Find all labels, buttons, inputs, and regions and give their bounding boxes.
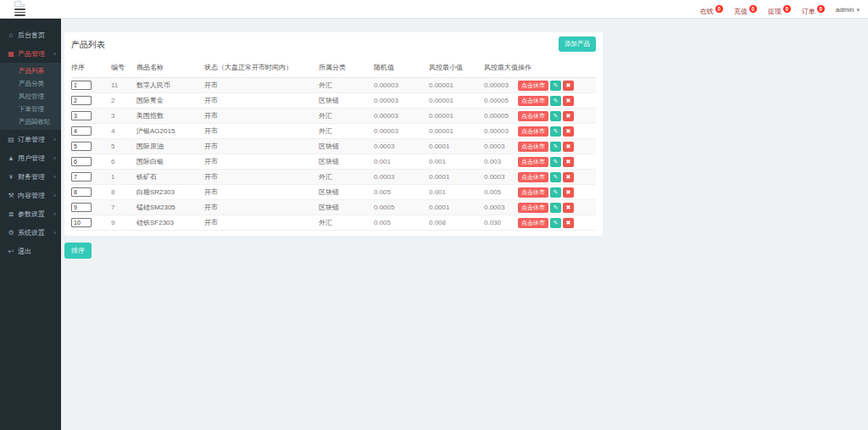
topbar-stat-提现[interactable]: 提现0 — [768, 3, 791, 17]
edit-button[interactable]: ✎ — [550, 172, 561, 182]
delete-icon: ✖ — [566, 159, 571, 165]
delete-button[interactable]: ✖ — [563, 142, 574, 152]
delete-button[interactable]: ✖ — [563, 126, 574, 137]
table-row: 7锰硅SM2305开市区块链0.00050.00010.0003点击休市✎✖ — [71, 200, 596, 215]
sort-input[interactable] — [71, 81, 92, 90]
sidebar-item-contents[interactable]: ⚒内容管理› — [0, 186, 61, 204]
sort-input[interactable] — [71, 96, 92, 105]
edit-button[interactable]: ✎ — [550, 218, 561, 228]
toggle-market-button[interactable]: 点击休市 — [518, 142, 548, 152]
sidebar-item-products[interactable]: ▦产品管理› — [0, 44, 61, 63]
sidebar-item-label: 内容管理 — [18, 191, 45, 200]
table-row: 8白糖SR2303开市区块链0.0050.0010.005点击休市✎✖ — [71, 185, 596, 200]
sidebar-item-users[interactable]: ▲用户管理› — [0, 148, 61, 167]
cell-status: 开市 — [204, 215, 319, 231]
content: 产品列表 添加产品 排序编号商品名称状态（大盘正常开市时间内）所属分类随机值风控… — [61, 19, 868, 430]
edit-button[interactable]: ✎ — [550, 157, 561, 167]
delete-button[interactable]: ✖ — [563, 218, 574, 228]
edit-button[interactable]: ✎ — [550, 187, 561, 198]
edit-icon: ✎ — [554, 159, 559, 165]
toggle-market-button[interactable]: 点击休市 — [518, 96, 548, 106]
menu-toggle-icon[interactable] — [14, 8, 25, 16]
yuan-icon: ¥ — [7, 173, 15, 181]
sidebar-subitem-risk-control[interactable]: 风控管理 — [0, 90, 61, 103]
topbar-stat-订单[interactable]: 订单0 — [802, 3, 825, 17]
toggle-market-button[interactable]: 点击休市 — [518, 172, 548, 182]
topbar-stat-充值[interactable]: 充值0 — [734, 3, 757, 17]
sidebar-submenu-products: 产品列表产品分类风控管理下单管理产品回收站 — [0, 63, 61, 130]
user-icon: ▲ — [7, 154, 15, 162]
sort-input[interactable] — [71, 126, 92, 136]
delete-button[interactable]: ✖ — [563, 81, 574, 91]
column-header: 排序 — [71, 59, 111, 78]
cell-product-name: 铁矿石 — [136, 170, 204, 185]
toggle-market-button[interactable]: 点击休市 — [518, 111, 548, 121]
product-list-card: 产品列表 添加产品 排序编号商品名称状态（大盘正常开市时间内）所属分类随机值风控… — [64, 32, 603, 236]
sidebar-item-label: 退出 — [18, 247, 31, 256]
sidebar-item-orders[interactable]: ▤订单管理› — [0, 130, 61, 148]
cell-actions: 点击休市✎✖ — [518, 78, 596, 93]
edit-button[interactable]: ✎ — [550, 142, 561, 152]
topbar-stat-在线[interactable]: 在线0 — [700, 3, 723, 17]
cell-sort — [71, 78, 111, 93]
sidebar-item-finance[interactable]: ¥财务管理› — [0, 167, 61, 186]
sidebar-item-logout[interactable]: ↩退出 — [0, 242, 61, 260]
user-menu[interactable]: admin ▾ — [836, 5, 860, 14]
sort-input[interactable] — [71, 142, 92, 151]
edit-icon: ✎ — [554, 128, 559, 135]
chevron-right-icon: › — [53, 229, 56, 237]
sidebar-item-params[interactable]: ≣参数设置› — [0, 204, 61, 223]
cell-risk-min: 0.001 — [429, 185, 484, 200]
cell-random-value: 0.00003 — [374, 78, 429, 93]
sort-input[interactable] — [71, 187, 92, 197]
cell-sort — [71, 154, 111, 170]
toggle-market-button[interactable]: 点击休市 — [518, 126, 548, 137]
delete-button[interactable]: ✖ — [563, 187, 574, 198]
sort-input[interactable] — [71, 203, 92, 212]
cell-status: 开市 — [204, 154, 319, 170]
edit-button[interactable]: ✎ — [550, 111, 561, 121]
delete-button[interactable]: ✖ — [563, 203, 574, 213]
delete-button[interactable]: ✖ — [563, 157, 574, 167]
delete-button[interactable]: ✖ — [563, 172, 574, 182]
toggle-market-button[interactable]: 点击休市 — [518, 187, 548, 198]
delete-button[interactable]: ✖ — [563, 111, 574, 121]
cell-actions: 点击休市✎✖ — [518, 170, 596, 185]
sidebar-subitem-product-list[interactable]: 产品列表 — [0, 64, 61, 77]
edit-icon: ✎ — [554, 82, 559, 89]
sort-input[interactable] — [71, 172, 92, 181]
table-row: 1铁矿石开市外汇0.00030.00010.0003点击休市✎✖ — [71, 170, 596, 185]
sidebar-subitem-order-settings[interactable]: 下单管理 — [0, 103, 61, 115]
sidebar-item-system[interactable]: ⚙系统设置› — [0, 223, 61, 242]
sidebar-item-dashboard[interactable]: ⌂后台首页 — [0, 25, 61, 44]
toggle-market-button[interactable]: 点击休市 — [518, 81, 548, 91]
action-buttons: 点击休市✎✖ — [518, 126, 594, 137]
edit-button[interactable]: ✎ — [550, 81, 561, 91]
delete-button[interactable]: ✖ — [563, 96, 574, 106]
edit-button[interactable]: ✎ — [550, 126, 561, 137]
delete-icon: ✖ — [566, 174, 571, 181]
table-header-row: 排序编号商品名称状态（大盘正常开市时间内）所属分类随机值风控最小值风控最大值操作 — [71, 59, 596, 78]
edit-button[interactable]: ✎ — [550, 203, 561, 213]
sort-input[interactable] — [71, 111, 92, 120]
column-header: 商品名称 — [136, 59, 204, 78]
cell-random-value: 0.005 — [374, 215, 429, 231]
cell-category: 外汇 — [319, 215, 374, 231]
sidebar-subitem-product-recycle[interactable]: 产品回收站 — [0, 115, 61, 128]
toggle-market-button[interactable]: 点击休市 — [518, 157, 548, 167]
sidebar-subitem-product-category[interactable]: 产品分类 — [0, 77, 61, 90]
action-buttons: 点击休市✎✖ — [518, 157, 594, 167]
chevron-down-icon: ▾ — [856, 7, 860, 14]
toggle-market-button[interactable]: 点击休市 — [518, 203, 548, 213]
sort-input[interactable] — [71, 218, 92, 227]
sort-input[interactable] — [71, 157, 92, 166]
edit-button[interactable]: ✎ — [550, 96, 561, 106]
sort-button[interactable]: 排序 — [64, 243, 92, 259]
add-product-button[interactable]: 添加产品 — [559, 36, 596, 52]
cell-sort — [71, 170, 111, 185]
cell-risk-max: 0.005 — [484, 185, 518, 200]
chevron-right-icon: › — [53, 136, 56, 143]
cell-random-value: 0.00003 — [374, 109, 429, 124]
toggle-market-button[interactable]: 点击休市 — [518, 218, 548, 228]
stat-count-badge: 0 — [783, 5, 791, 13]
